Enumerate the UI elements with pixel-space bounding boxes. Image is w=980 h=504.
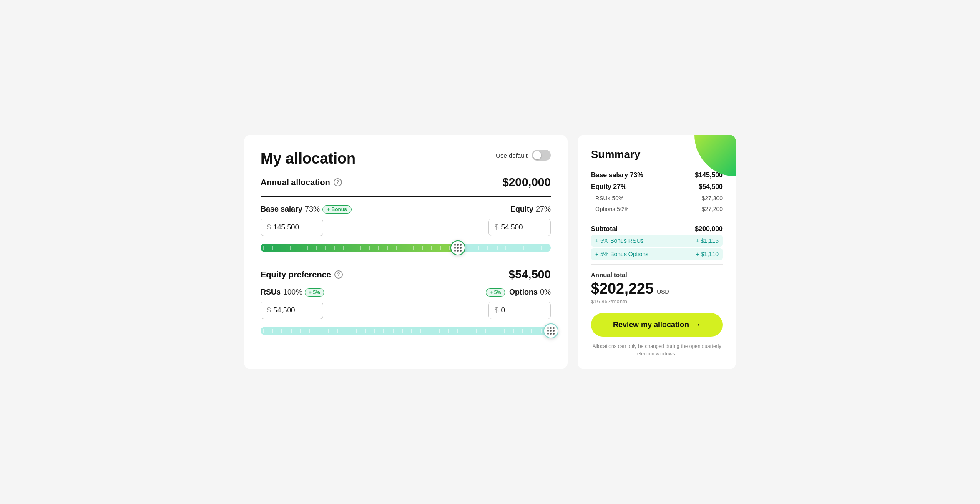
slider-fill-green bbox=[261, 244, 458, 252]
rsus-label-group: RSUs 100% + 5% bbox=[261, 288, 324, 297]
tick bbox=[448, 329, 456, 333]
tick bbox=[360, 246, 367, 250]
base-salary-bonus-badge[interactable]: + Bonus bbox=[322, 205, 352, 214]
tick bbox=[290, 246, 297, 250]
equity-preference-left: Equity preference ? bbox=[261, 270, 343, 280]
base-salary-pct: 73% bbox=[305, 205, 320, 214]
page-container: My allocation Use default Annual allocat… bbox=[244, 135, 736, 369]
salary-equity-slider-container[interactable] bbox=[261, 240, 551, 255]
options-label: Options 0% bbox=[509, 288, 551, 297]
annual-allocation-amount: $200,000 bbox=[502, 176, 551, 189]
summary-row-equity: Equity 27% $54,500 bbox=[591, 181, 723, 193]
review-button-label: Review my allocation bbox=[613, 320, 689, 329]
summary-row-rsus: RSUs 50% $27,300 bbox=[591, 193, 723, 204]
tick bbox=[541, 246, 548, 250]
equity-label-group: Equity 27% bbox=[510, 205, 551, 214]
annual-total-amount: $202,225 USD bbox=[591, 280, 723, 297]
review-my-allocation-button[interactable]: Review my allocation → bbox=[591, 313, 723, 337]
thumb-dot bbox=[460, 244, 462, 246]
options-dollar: $ bbox=[495, 306, 498, 315]
tick bbox=[533, 246, 540, 250]
summary-bonus-options-value: + $1,110 bbox=[696, 251, 719, 257]
equity-preference-section: Equity preference ? $54,500 RSUs 100% + … bbox=[261, 268, 551, 338]
tick bbox=[495, 329, 502, 333]
summary-bonus-options-label: + 5% Bonus Options bbox=[595, 251, 648, 257]
tick bbox=[343, 246, 349, 250]
tick bbox=[402, 329, 410, 333]
summary-bonus-rsus-value: + $1,115 bbox=[696, 237, 719, 244]
summary-row-bonus-rsus: + 5% Bonus RSUs + $1,115 bbox=[591, 235, 723, 247]
options-pct: 0% bbox=[540, 288, 551, 297]
tick bbox=[487, 246, 495, 250]
thumb-dot bbox=[454, 244, 456, 246]
rsus-value: 54,500 bbox=[273, 306, 295, 315]
tick bbox=[430, 329, 437, 333]
thumb-dot bbox=[457, 244, 459, 246]
tick bbox=[522, 329, 530, 333]
summary-rsus-label: RSUs 50% bbox=[595, 195, 623, 202]
equity-slider-thumb[interactable] bbox=[543, 323, 558, 338]
use-default-label: Use default bbox=[496, 152, 528, 159]
annual-total-label: Annual total bbox=[591, 271, 723, 278]
slider-ticks-green bbox=[261, 244, 458, 252]
options-text: Options bbox=[509, 288, 538, 297]
tick bbox=[431, 246, 438, 250]
thumb-dot bbox=[454, 250, 456, 252]
equity-preference-help-icon[interactable]: ? bbox=[334, 270, 343, 279]
tick bbox=[413, 246, 420, 250]
equity-pct: 27% bbox=[536, 205, 551, 214]
summary-rsus-value: $27,300 bbox=[701, 195, 723, 202]
annual-allocation-help-icon[interactable]: ? bbox=[334, 178, 342, 186]
salary-equity-slider-thumb[interactable] bbox=[450, 240, 465, 255]
summary-equity-label: Equity 27% bbox=[591, 183, 626, 191]
left-panel: My allocation Use default Annual allocat… bbox=[244, 135, 568, 369]
annual-allocation-label: Annual allocation bbox=[261, 178, 330, 187]
equity-slider-container[interactable] bbox=[261, 323, 551, 338]
tick bbox=[281, 329, 289, 333]
base-salary-input[interactable]: $ 145,500 bbox=[261, 219, 323, 236]
equity-dollar: $ bbox=[495, 223, 498, 232]
tick bbox=[470, 246, 477, 250]
base-salary-label-group: Base salary 73% + Bonus bbox=[261, 205, 352, 214]
annual-total-number: $202,225 bbox=[591, 280, 653, 297]
equity-input[interactable]: $ 54,500 bbox=[488, 219, 551, 236]
summary-row-subtotal: Subtotal $200,000 bbox=[591, 223, 723, 235]
options-bonus-badge: + 5% bbox=[486, 288, 505, 297]
tick bbox=[504, 329, 511, 333]
tick bbox=[328, 329, 335, 333]
tick bbox=[411, 329, 419, 333]
rsus-dollar: $ bbox=[267, 306, 271, 315]
summary-equity-value: $54,500 bbox=[699, 183, 723, 191]
rsus-label: RSUs bbox=[261, 288, 281, 297]
options-input[interactable]: $ 0 bbox=[488, 302, 551, 319]
tick bbox=[263, 329, 271, 333]
tick bbox=[309, 329, 317, 333]
tick bbox=[420, 329, 428, 333]
tick bbox=[515, 246, 522, 250]
tick bbox=[337, 329, 345, 333]
tick bbox=[281, 246, 287, 250]
thumb-dot bbox=[460, 247, 462, 249]
summary-subtotal-label: Subtotal bbox=[591, 225, 618, 233]
tick bbox=[347, 329, 354, 333]
thumb-dot bbox=[553, 327, 555, 329]
use-default-row: Use default bbox=[496, 150, 551, 161]
base-salary-dollar: $ bbox=[267, 223, 271, 232]
tick bbox=[476, 329, 483, 333]
thumb-dot bbox=[550, 327, 552, 329]
tick bbox=[485, 329, 493, 333]
tick bbox=[523, 246, 530, 250]
thumb-dot bbox=[460, 250, 462, 252]
tick bbox=[422, 246, 429, 250]
options-value: 0 bbox=[501, 306, 505, 315]
use-default-toggle[interactable] bbox=[532, 150, 551, 161]
summary-divider-1 bbox=[591, 219, 723, 219]
equity-preference-label: Equity preference bbox=[261, 270, 331, 280]
tick bbox=[307, 246, 314, 250]
rsus-input[interactable]: $ 54,500 bbox=[261, 302, 323, 319]
tick bbox=[387, 246, 394, 250]
equity-value: 54,500 bbox=[501, 223, 523, 232]
thumb-dot bbox=[454, 247, 456, 249]
tick bbox=[531, 329, 539, 333]
summary-row-options: Options 50% $27,200 bbox=[591, 204, 723, 214]
